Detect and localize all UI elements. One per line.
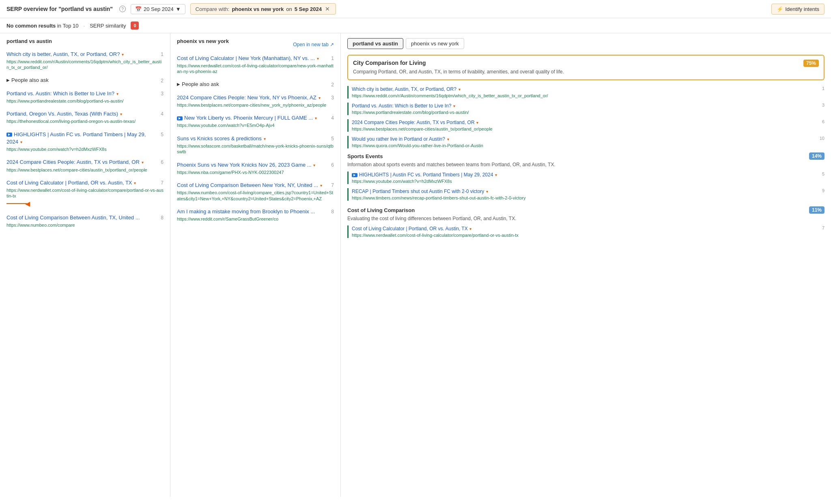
intent-result-url: https://www.nerdwallet.com/cost-of-livin… bbox=[352, 232, 817, 238]
close-compare-button[interactable]: ✕ bbox=[324, 6, 331, 12]
result-title[interactable]: Am I making a mistake moving from Brookl… bbox=[177, 208, 325, 215]
dropdown-arrow[interactable]: ▾ bbox=[316, 56, 319, 61]
identify-intents-button[interactable]: ⚡ Identify intents bbox=[771, 4, 825, 15]
dropdown-arrow[interactable]: ▾ bbox=[263, 137, 266, 141]
result-url: https://www.nerdwallet.com/cost-of-livin… bbox=[177, 63, 334, 75]
result-url: https://www.numbeo.com/cost-of-living/co… bbox=[177, 190, 334, 202]
result-row: Cost of Living Calculator | Portland, OR… bbox=[6, 179, 164, 187]
intent-result-num: 9 bbox=[819, 188, 825, 201]
dropdown-arrow[interactable]: ▾ bbox=[319, 183, 322, 188]
help-icon[interactable]: ? bbox=[119, 6, 126, 12]
sports-section-pct: 14% bbox=[809, 152, 825, 160]
intent-result-title[interactable]: HIGHLIGHTS | Austin FC vs. Portland Timb… bbox=[352, 172, 817, 178]
intent-result-title[interactable]: Cost of Living Calculator | Portland, OR… bbox=[352, 225, 817, 232]
sports-section-desc: Information about sports events and matc… bbox=[347, 161, 825, 168]
result-url: https://www.reddit.com/r/SameGrassButGre… bbox=[177, 216, 334, 222]
dropdown-arrow[interactable]: ▾ bbox=[317, 96, 321, 100]
no-common-label: No common results in Top 10 bbox=[6, 23, 79, 29]
result-title[interactable]: New York Liberty vs. Phoenix Mercury | F… bbox=[177, 114, 325, 122]
intent-result-title[interactable]: RECAP | Portland Timbers shut out Austin… bbox=[352, 188, 817, 195]
result-title[interactable]: Phoenix Suns vs New York Knicks Nov 26, … bbox=[177, 161, 325, 169]
result-title[interactable]: Cost of Living Comparison Between Austin… bbox=[6, 214, 155, 221]
result-num: 3 bbox=[156, 91, 164, 97]
left-column-title: portland vs austin bbox=[6, 38, 164, 47]
people-also-ask-row[interactable]: ▶ People also ask 2 bbox=[6, 77, 164, 84]
dropdown-arrow[interactable]: ▾ bbox=[119, 112, 122, 116]
result-row: Which city is better, Austin, TX, or Por… bbox=[6, 51, 164, 58]
dropdown-arrow[interactable]: ▾ bbox=[476, 120, 479, 125]
result-title[interactable]: 2024 Compare Cities People: New York, NY… bbox=[177, 94, 325, 101]
arrow-annotation: ◀ bbox=[6, 200, 164, 208]
result-url: https://thehonestlocal.com/living-portla… bbox=[6, 118, 164, 124]
dropdown-arrow[interactable]: ▾ bbox=[140, 160, 144, 165]
dropdown-arrow[interactable]: ▾ bbox=[314, 116, 317, 120]
triangle-icon: ▶ bbox=[177, 82, 180, 86]
result-url: https://www.sofascore.com/basketball/mat… bbox=[177, 143, 334, 155]
dropdown-arrow[interactable]: ▾ bbox=[494, 173, 497, 177]
intent-card-title: City Comparison for Living bbox=[353, 60, 426, 66]
dropdown-arrow[interactable]: ▾ bbox=[115, 92, 118, 96]
result-num: 5 bbox=[327, 136, 334, 142]
intent-result-title[interactable]: Would you rather live in Portland or Aus… bbox=[352, 136, 817, 143]
result-num: 7 bbox=[327, 182, 334, 188]
people-ask-label: People also ask bbox=[182, 81, 219, 87]
open-new-tab-link[interactable]: Open in new tab bbox=[293, 42, 334, 47]
result-item: Cost of Living Calculator | New York (Ma… bbox=[177, 55, 334, 75]
result-num: 8 bbox=[327, 209, 334, 214]
right-column: portland vs austinphoenix vs new york Ci… bbox=[341, 33, 831, 497]
result-num: 7 bbox=[156, 180, 164, 186]
result-title[interactable]: Suns vs Knicks scores & predictions ▾ bbox=[177, 135, 325, 142]
dropdown-arrow[interactable]: ▾ bbox=[446, 137, 449, 142]
right-card-results: Which city is better, Austin, TX, or Por… bbox=[347, 86, 825, 148]
intent-result-title[interactable]: 2024 Compare Cities People: Austin, TX v… bbox=[352, 119, 817, 126]
dropdown-arrow[interactable]: ▾ bbox=[121, 52, 124, 57]
dropdown-arrow[interactable]: ▾ bbox=[133, 181, 136, 185]
video-icon bbox=[352, 173, 357, 177]
dropdown-arrow[interactable]: ▾ bbox=[485, 189, 488, 194]
result-title[interactable]: 2024 Compare Cities People: Austin, TX v… bbox=[6, 159, 155, 166]
result-num: 6 bbox=[156, 159, 164, 165]
no-common-text: No common results bbox=[6, 23, 56, 29]
people-also-ask-row[interactable]: ▶ People also ask 2 bbox=[177, 81, 334, 88]
triangle-icon: ▶ bbox=[6, 78, 10, 82]
result-url: https://www.reddit.com/r/Austin/comments… bbox=[6, 59, 164, 71]
intent-result-content: HIGHLIGHTS | Austin FC vs. Portland Timb… bbox=[352, 172, 817, 184]
intent-result-content: Which city is better, Austin, TX, or Por… bbox=[352, 86, 817, 99]
result-item: Cost of Living Comparison Between Austin… bbox=[6, 214, 164, 228]
intent-result-title[interactable]: Which city is better, Austin, TX, or Por… bbox=[352, 86, 817, 93]
result-url: https://www.bestplaces.net/compare-citie… bbox=[177, 102, 334, 108]
result-item: Cost of Living Calculator | Portland, OR… bbox=[6, 179, 164, 208]
result-row: Phoenix Suns vs New York Knicks Nov 26, … bbox=[177, 161, 334, 169]
result-title[interactable]: Cost of Living Comparison Between New Yo… bbox=[177, 182, 325, 189]
result-url: https://www.portlandrealestate.com/blog/… bbox=[6, 98, 164, 104]
intent-result-num: 7 bbox=[819, 225, 825, 238]
result-num: 6 bbox=[327, 162, 334, 168]
compare-label: Compare with: bbox=[196, 6, 230, 12]
result-num: 4 bbox=[327, 115, 334, 121]
dropdown-arrow[interactable]: ▾ bbox=[19, 140, 22, 144]
result-title[interactable]: Portland vs. Austin: Which is Better to … bbox=[6, 90, 155, 97]
dropdown-arrow[interactable]: ▾ bbox=[312, 163, 316, 167]
dropdown-arrow[interactable]: ▾ bbox=[457, 87, 461, 92]
cost-section-pct: 11% bbox=[809, 206, 825, 214]
result-title[interactable]: Cost of Living Calculator | New York (Ma… bbox=[177, 55, 325, 62]
date-label: 20 Sep 2024 bbox=[144, 6, 174, 12]
right-tab[interactable]: portland vs austin bbox=[347, 38, 403, 49]
video-icon bbox=[6, 133, 12, 137]
chevron-down-icon: ▼ bbox=[176, 6, 181, 12]
dropdown-arrow[interactable]: ▾ bbox=[452, 104, 455, 108]
intent-result-title[interactable]: Portland vs. Austin: Which is Better to … bbox=[352, 103, 817, 109]
header-query: "portland vs austin" bbox=[58, 6, 113, 12]
in-top-text: in Top 10 bbox=[57, 23, 79, 29]
right-tab[interactable]: phoenix vs new york bbox=[406, 38, 464, 49]
date-button[interactable]: 📅 20 Sep 2024 ▼ bbox=[131, 4, 185, 14]
result-item: Which city is better, Austin, TX, or Por… bbox=[6, 51, 164, 71]
compare-query: phoenix vs new york bbox=[232, 6, 284, 12]
result-title[interactable]: Portland, Oregon Vs. Austin, Texas (With… bbox=[6, 110, 155, 118]
identify-icon: ⚡ bbox=[777, 6, 783, 12]
result-title[interactable]: HIGHLIGHTS | Austin FC vs. Portland Timb… bbox=[6, 131, 155, 146]
result-title[interactable]: Which city is better, Austin, TX, or Por… bbox=[6, 51, 155, 58]
result-title[interactable]: Cost of Living Calculator | Portland, OR… bbox=[6, 179, 155, 187]
dropdown-arrow[interactable]: ▾ bbox=[469, 227, 472, 231]
cost-section-header: Cost of Living Comparison 11% bbox=[347, 206, 825, 214]
